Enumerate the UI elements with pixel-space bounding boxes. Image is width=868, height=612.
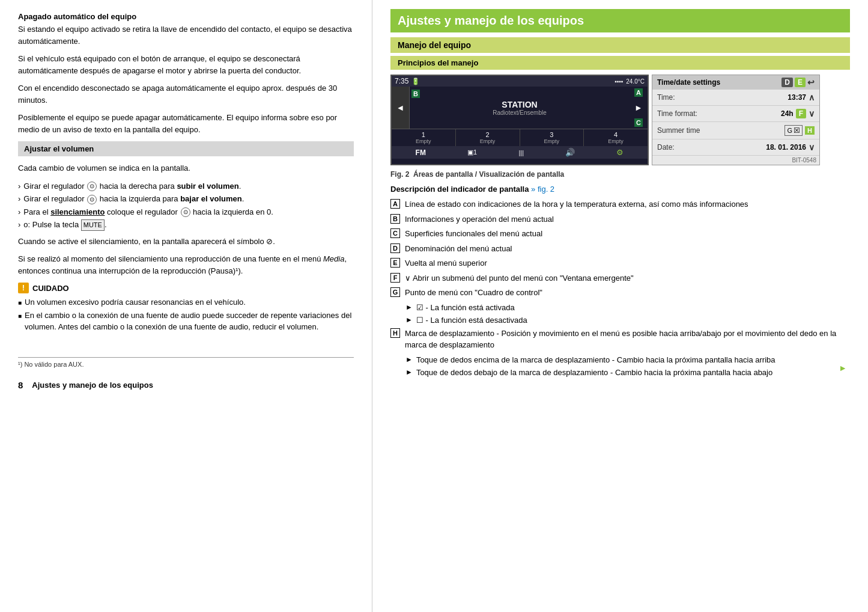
device-top-bar: 7:35 🔋 ▪▪▪▪ 24.0°C	[392, 76, 648, 87]
section1-title: Apagado automático del equipo	[18, 12, 354, 21]
desc-text-c: Superficies funcionales del menú actual	[405, 228, 850, 240]
device-container: 7:35 🔋 ▪▪▪▪ 24.0°C ◄	[390, 75, 850, 165]
bullet-arrow-3: ›	[18, 206, 20, 218]
section2-p1: Cada cambio de volumen se indica en la p…	[18, 162, 354, 174]
right-column: Ajustes y manejo de los equipos Manejo d…	[372, 0, 868, 612]
caution-box: ! CUIDADO ■ Un volumen excesivo podría c…	[18, 283, 354, 333]
bullet4-text: o: Pulse la tecla MUTE.	[23, 219, 106, 231]
mute-para: Cuando se active el silenciamiento, en l…	[18, 236, 354, 248]
media-para: Si se realizó al momento del silenciamie…	[18, 253, 354, 277]
device-preset-2[interactable]: 2 Empty	[456, 129, 520, 146]
fig-caption: Fig. 2 Áreas de pantalla / Visualización…	[390, 170, 850, 179]
timeformat-down-arrow[interactable]: ∨	[809, 109, 815, 118]
regulator-icon-2: ⊙	[87, 195, 97, 204]
h-sub1: ► Toque de dedos encima de la marca de d…	[405, 354, 850, 366]
settings-e-button[interactable]: E	[795, 78, 806, 87]
caution-item-2: ■ En el cambio o la conexión de una fuen…	[18, 310, 354, 333]
settings-date-label: Date:	[657, 143, 675, 151]
bullet-item-1: › Girar el regulador ⊙ hacia la derecha …	[18, 180, 354, 192]
right-subtitle2: Principios del manejo	[390, 56, 850, 70]
device-station: STATION	[502, 100, 537, 109]
desc-text-e: Vuelta al menú superior	[405, 257, 850, 269]
desc-letter-c: C	[390, 228, 400, 238]
caution-title: ! CUIDADO	[18, 283, 354, 293]
regulator-icon-1: ⊙	[87, 182, 97, 191]
settings-date-row: Date: 18. 01. 2016 ∨	[652, 139, 819, 156]
settings-d-button[interactable]: D	[782, 78, 793, 87]
device-back-button[interactable]: ◄	[392, 87, 410, 129]
desc-item-g: G Punto de menú con "Cuadro de control"	[390, 287, 850, 299]
regulator-icon-3: ⊙	[181, 207, 190, 217]
desc-item-h: H Marca de desplazamiento - Posición y m…	[390, 328, 850, 351]
settings-timeformat-label: Time format:	[657, 109, 697, 118]
device-main: ◄ B STATION Radiotext/Ensemble A ► C	[392, 87, 648, 129]
caution-bullet-1: ■	[18, 298, 22, 307]
desc-text-f: ∨ Abrir un submenú del punto del menú co…	[405, 272, 850, 284]
device-right-area: A ► C	[630, 87, 648, 129]
bullet-item-3: › Para el silenciamiento coloque el regu…	[18, 206, 354, 218]
bullet-item-2: › Girar el regulador ⊙ hacia la izquierd…	[18, 193, 354, 205]
next-page-arrow: ►	[839, 363, 847, 373]
desc-letter-h: H	[390, 328, 400, 338]
device-center: B STATION Radiotext/Ensemble	[410, 87, 630, 129]
desc-text-b: Informaciones y operación del menú actua…	[405, 213, 850, 225]
page-title-bottom: Ajustes y manejo de los equipos	[32, 381, 153, 390]
g-sub1: ► ☑ - La función está activada	[405, 302, 850, 314]
desc-text-h: Marca de desplazamiento - Posición y mov…	[405, 328, 850, 351]
desc-item-c: C Superficies funcionales del menú actua…	[390, 228, 850, 240]
fig-text: Fig. 2	[390, 170, 409, 179]
settings-summertime-label: Summer time	[657, 126, 700, 135]
desc-link[interactable]: » fig. 2	[531, 185, 554, 194]
device-btn2[interactable]: ▣1	[467, 148, 477, 156]
device-temp: 24.0°C	[626, 78, 645, 85]
settings-time-value: 13:37	[788, 93, 806, 102]
device-c-label: C	[634, 118, 643, 127]
right-main-title: Ajustes y manejo de los equipos	[390, 9, 850, 32]
device-preset-1[interactable]: 1 Empty	[392, 129, 456, 146]
bullet-arrow-1: ›	[18, 180, 20, 192]
device-fm-btn[interactable]: FM	[416, 148, 426, 157]
settings-h-scroll[interactable]: H	[805, 126, 815, 135]
desc-item-f: F ∨ Abrir un submenú del punto del menú …	[390, 272, 850, 284]
settings-summertime-row: Summer time G ☒ H	[652, 122, 819, 139]
time-up-arrow[interactable]: ∧	[809, 93, 815, 102]
device-b-label: B	[411, 90, 420, 98]
bit-code: BIT-0548	[652, 156, 819, 165]
bullet-arrow-4: ›	[18, 219, 20, 231]
bullet-item-4: › o: Pulse la tecla MUTE.	[18, 219, 354, 231]
g-sub2: ► ☐ - La función está desactivada	[405, 314, 850, 326]
device-a-label: A	[634, 88, 643, 97]
device-fwd-arrow[interactable]: ►	[634, 103, 643, 112]
device-substation: Radiotext/Ensemble	[493, 109, 547, 116]
section1-p3: Con el encendido desconectado se apaga a…	[18, 82, 354, 106]
device-signal-icon: ▪▪▪▪	[615, 78, 623, 85]
settings-date-value: 18. 01. 2016	[766, 143, 806, 151]
date-down-arrow[interactable]: ∨	[809, 142, 815, 152]
settings-g-box[interactable]: G ☒	[785, 125, 803, 136]
desc-letter-a: A	[390, 199, 400, 209]
device-screen: 7:35 🔋 ▪▪▪▪ 24.0°C ◄	[390, 75, 649, 165]
settings-title-row: Time/date settings D E ↩	[652, 75, 819, 90]
settings-f-button[interactable]: F	[796, 109, 806, 118]
section1-p2: Si el vehículo está equipado con el botó…	[18, 53, 354, 76]
settings-time-label: Time:	[657, 93, 675, 102]
desc-item-a: A Línea de estado con indicaciones de la…	[390, 198, 850, 210]
caution-icon: !	[18, 283, 29, 293]
section1-p4: Posiblemente el equipo se puede apagar a…	[18, 112, 354, 135]
desc-text-d: Denominación del menú actual	[405, 243, 850, 255]
bullet3-text: Para el silenciamiento coloque el regula…	[23, 206, 273, 218]
device-btn4[interactable]: 🔊	[565, 148, 575, 157]
desc-letter-f: F	[390, 273, 400, 283]
desc-text-g: Punto de menú con "Cuadro de control"	[405, 287, 850, 299]
device-settings-btn[interactable]: ⚙	[616, 148, 624, 157]
caution-item-1: ■ Un volumen excesivo podría causar reso…	[18, 296, 354, 308]
settings-timeformat-row: Time format: 24h F ∨	[652, 106, 819, 122]
device-presets: 1 Empty 2 Empty 3 Empty 4	[392, 129, 648, 146]
device-preset-4[interactable]: 4 Empty	[584, 129, 648, 146]
settings-time-row: Time: 13:37 ∧	[652, 90, 819, 106]
settings-back-button[interactable]: ↩	[807, 78, 815, 87]
section1-p1: Si estando el equipo activado se retira …	[18, 23, 354, 47]
device-btn3[interactable]: |||	[518, 149, 524, 156]
section2-title: Ajustar el volumen	[24, 144, 94, 153]
device-preset-3[interactable]: 3 Empty	[520, 129, 584, 146]
